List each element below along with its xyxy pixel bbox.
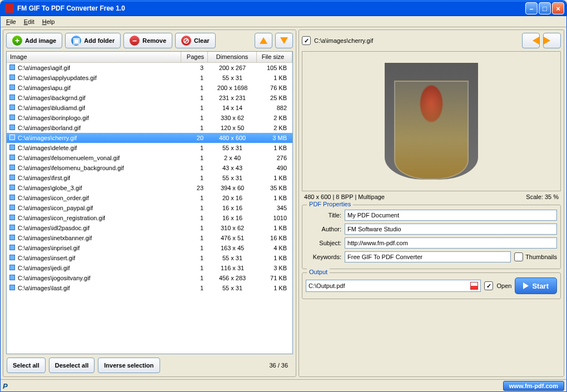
table-row[interactable]: C:\a\images\inprisel.gif1163 x 454 KB	[7, 243, 292, 253]
open-label: Open	[496, 282, 511, 289]
right-panel: C:\a\images\cherry.gif 480 x 600 | 8 BPP…	[299, 29, 564, 377]
cell-size: 3 KB	[257, 265, 292, 271]
arrow-right-icon	[544, 37, 560, 44]
pdf-icon[interactable]	[470, 282, 478, 290]
table-row[interactable]: C:\a\images\felsomenu_background.gif143 …	[7, 163, 292, 173]
preview-checkbox[interactable]	[302, 36, 311, 45]
menu-file[interactable]: File	[3, 17, 19, 26]
table-row[interactable]: C:\a\images\idl2pasdoc.gif1310 x 621 KB	[7, 223, 292, 233]
deselect-all-button[interactable]: Deselect all	[49, 358, 95, 373]
subject-label: Subject:	[306, 240, 341, 246]
prev-page-button[interactable]	[522, 33, 540, 48]
cell-path: C:\a\images\apu.gif	[17, 85, 181, 91]
table-row[interactable]: C:\a\images\backgrnd.gif1231 x 23125 KB	[7, 93, 292, 103]
menu-edit[interactable]: Edit	[21, 17, 38, 26]
table-row[interactable]: C:\a\images\insert.gif155 x 311 KB	[7, 253, 292, 263]
open-checkbox[interactable]	[484, 281, 493, 290]
next-page-button[interactable]	[543, 33, 561, 48]
subject-input[interactable]	[345, 237, 557, 249]
file-icon	[9, 105, 15, 110]
remove-button[interactable]: – Remove	[123, 33, 172, 48]
move-down-button[interactable]	[275, 33, 293, 48]
col-image[interactable]: Image	[7, 52, 181, 62]
cell-path: C:\a\images\cherry.gif	[17, 135, 181, 141]
menu-help[interactable]: Help	[39, 17, 58, 26]
cell-path: C:\a\images\globe_3.gif	[17, 185, 181, 191]
start-button[interactable]: Start	[515, 277, 557, 294]
maximize-button[interactable]: □	[539, 2, 551, 14]
table-row[interactable]: C:\a\images\delete.gif155 x 311 KB	[7, 143, 292, 153]
cell-dimensions: 14 x 14	[208, 105, 257, 111]
file-icon	[9, 215, 15, 220]
add-folder-button[interactable]: ▣ Add folder	[65, 33, 121, 48]
cell-dimensions: 55 x 31	[208, 175, 257, 181]
title-label: Title:	[306, 212, 341, 219]
minimize-button[interactable]: –	[525, 2, 538, 14]
col-dimensions[interactable]: Dimensions	[208, 52, 257, 62]
move-up-button[interactable]	[255, 33, 272, 48]
cell-pages: 3	[181, 64, 208, 71]
cell-size: 3 MB	[257, 135, 292, 141]
table-row[interactable]: C:\a\images\jogositvany.gif1456 x 28371 …	[7, 273, 292, 283]
cell-size: 882	[257, 105, 292, 111]
pdf-legend: PDF Properties	[307, 201, 353, 207]
keywords-input[interactable]	[345, 251, 511, 262]
cell-path: C:\a\images\applyupdates.gif	[17, 75, 181, 81]
arrow-left-icon	[523, 37, 539, 44]
table-row[interactable]: C:\a\images\first.gif155 x 311 KB	[7, 173, 292, 183]
cell-dimensions: 20 x 16	[208, 195, 257, 201]
cell-size: 345	[257, 205, 292, 211]
cell-path: C:\a\images\icon_paypal.gif	[17, 205, 181, 211]
close-button[interactable]: ×	[552, 2, 564, 14]
table-row[interactable]: C:\a\images\inetxbanner.gif1476 x 5116 K…	[7, 233, 292, 243]
statusbar: P www.fm-pdf.com	[1, 379, 566, 391]
preview-path: C:\a\images\cherry.gif	[314, 37, 519, 44]
cell-path: C:\a\images\last.gif	[17, 285, 181, 291]
col-pages[interactable]: Pages	[181, 52, 208, 62]
cell-path: C:\a\images\jogositvany.gif	[17, 275, 181, 281]
table-row[interactable]: C:\a\images\cherry.gif20480 x 6003 MB	[7, 133, 292, 143]
cell-path: C:\a\images\backgrnd.gif	[17, 95, 181, 101]
cell-size: 25 KB	[257, 95, 292, 101]
table-row[interactable]: C:\a\images\borland.gif1120 x 502 KB	[7, 123, 292, 133]
cell-pages: 1	[181, 225, 208, 231]
inverse-selection-button[interactable]: Inverse selection	[98, 358, 160, 373]
table-body[interactable]: C:\a\images\agif.gif3200 x 267105 KBC:\a…	[7, 63, 292, 354]
cell-pages: 1	[181, 255, 208, 261]
cell-path: C:\a\images\inprisel.gif	[17, 245, 181, 251]
col-filesize[interactable]: File size	[257, 52, 292, 62]
table-row[interactable]: C:\a\images\bludiamd.gif114 x 14882	[7, 103, 292, 113]
cell-dimensions: 2 x 40	[208, 155, 257, 161]
thumbnails-checkbox[interactable]	[514, 252, 523, 261]
file-icon	[9, 175, 15, 180]
table-row[interactable]: C:\a\images\last.gif155 x 311 KB	[7, 283, 292, 293]
cell-pages: 1	[181, 215, 208, 221]
website-link[interactable]: www.fm-pdf.com	[503, 381, 564, 391]
table-row[interactable]: C:\a\images\icon_registration.gif116 x 1…	[7, 213, 292, 223]
add-image-button[interactable]: + Add image	[6, 33, 62, 48]
output-group: Output C:\Output.pdf Open Start	[302, 272, 561, 299]
table-row[interactable]: C:\a\images\applyupdates.gif155 x 311 KB	[7, 73, 292, 83]
title-input[interactable]	[345, 210, 557, 221]
cell-dimensions: 120 x 50	[208, 125, 257, 131]
table-row[interactable]: C:\a\images\apu.gif1200 x 169876 KB	[7, 83, 292, 93]
output-path-input[interactable]: C:\Output.pdf	[306, 280, 481, 292]
titlebar[interactable]: FM GIF To PDF Converter Free 1.0 – □ ×	[1, 1, 566, 16]
file-icon	[9, 205, 15, 210]
table-row[interactable]: C:\a\images\jedi.gif1116 x 313 KB	[7, 263, 292, 273]
table-row[interactable]: C:\a\images\agif.gif3200 x 267105 KB	[7, 63, 292, 73]
select-all-button[interactable]: Select all	[7, 358, 46, 373]
table-row[interactable]: C:\a\images\icon_order.gif120 x 161 KB	[7, 193, 292, 203]
author-label: Author:	[306, 226, 341, 232]
file-icon	[9, 75, 15, 80]
clear-button[interactable]: ⊘ Clear	[175, 33, 216, 48]
table-row[interactable]: C:\a\images\globe_3.gif23394 x 6035 KB	[7, 183, 292, 193]
cell-dimensions: 55 x 31	[208, 75, 257, 81]
cell-path: C:\a\images\jedi.gif	[17, 265, 181, 271]
author-input[interactable]	[345, 224, 557, 235]
table-row[interactable]: C:\a\images\borinplogo.gif1330 x 622 KB	[7, 113, 292, 123]
table-row[interactable]: C:\a\images\felsomenuelem_vonal.gif12 x …	[7, 153, 292, 163]
paypal-icon[interactable]: P	[3, 382, 14, 390]
cell-dimensions: 330 x 62	[208, 115, 257, 121]
table-row[interactable]: C:\a\images\icon_paypal.gif116 x 16345	[7, 203, 292, 213]
